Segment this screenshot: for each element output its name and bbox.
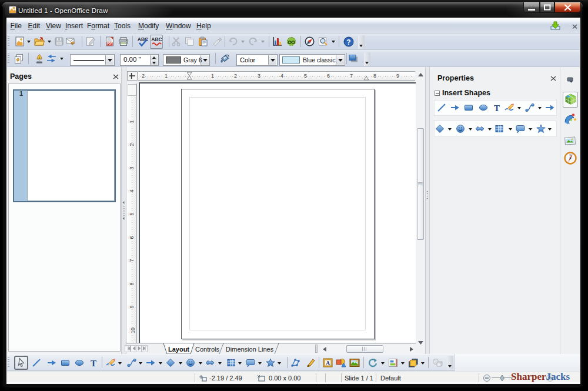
svg-text:A: A <box>326 360 330 366</box>
svg-text:ABC: ABC <box>151 36 162 42</box>
svg-text:PDF: PDF <box>107 42 112 45</box>
svg-text:Layout: Layout <box>168 346 189 353</box>
svg-text:N: N <box>569 154 571 157</box>
svg-text:Controls: Controls <box>195 346 219 353</box>
svg-text:?: ? <box>346 38 350 46</box>
svg-text:Dimension Lines: Dimension Lines <box>226 346 274 353</box>
